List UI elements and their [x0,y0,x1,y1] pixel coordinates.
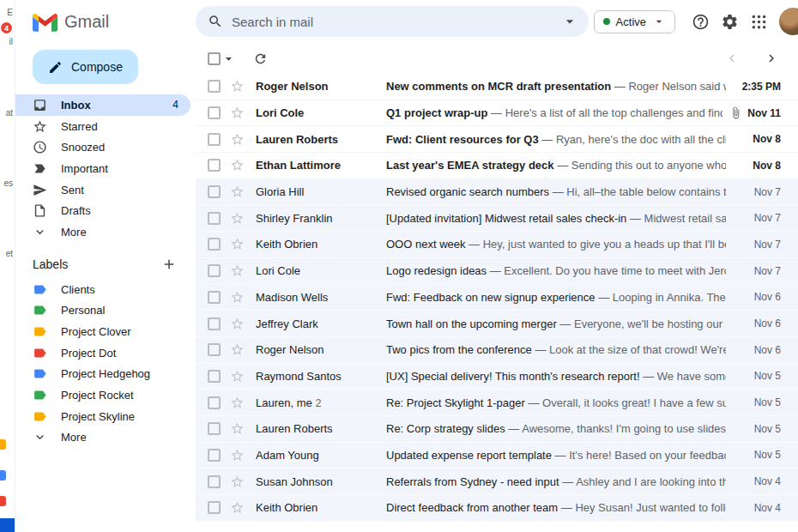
email-meta: Nov 6 [733,317,781,329]
email-checkbox[interactable] [208,212,221,225]
email-row[interactable]: Roger Nelson New comments on MCR draft p… [196,74,798,100]
apps-grid-icon[interactable] [750,13,768,31]
email-sender: Gloria Hill [256,185,386,198]
sidebar-label-text: Clients [61,283,178,296]
sidebar-label-clients[interactable]: Clients [15,279,190,300]
email-checkbox[interactable] [208,343,221,356]
gmail-logo[interactable]: Gmail [15,12,196,32]
email-row[interactable]: Lori Cole Logo redesign ideas — Excellen… [196,258,798,285]
sidebar-item-sent[interactable]: Sent [15,179,190,201]
email-checkbox[interactable] [208,317,221,330]
sidebar-item-drafts[interactable]: Drafts [15,200,190,221]
star-icon[interactable] [230,421,245,436]
email-checkbox[interactable] [208,475,221,488]
email-checkbox[interactable] [208,501,221,514]
gmail-app: 4 Eilateset Gmail Search [0,0,798,532]
search-options-caret-icon[interactable] [561,13,578,30]
sidebar-label-project-hedgehog[interactable]: Project Hedgehog [15,364,190,385]
sidebar-item-snoozed[interactable]: Snoozed [15,136,190,158]
email-row[interactable]: Lauren, me2 Re: Project Skylight 1-pager… [196,390,798,416]
settings-gear-icon[interactable] [721,13,739,31]
email-snippet: — Looping in Annika. The feedback... [598,291,726,304]
star-icon[interactable] [230,106,245,120]
sidebar-item-inbox[interactable]: Inbox 4 [15,94,190,116]
email-row[interactable]: Keith Obrien OOO next week — Hey, just w… [196,232,798,258]
email-meta: Nov 4 [733,475,781,487]
email-sender: Lauren, me2 [256,396,386,409]
help-icon[interactable] [692,13,710,31]
compose-button[interactable]: Compose [33,50,138,84]
email-subject: Referrals from Sydney - need input [386,475,559,488]
email-checkbox[interactable] [208,133,221,146]
sidebar-label-project-dot[interactable]: Project Dot [15,342,190,364]
sidebar-item-important[interactable]: Important [15,158,190,179]
email-row[interactable]: Lori Cole Q1 project wrap-up — Here's a … [196,100,798,127]
star-icon[interactable] [230,158,245,172]
sidebar-label-project-rocket[interactable]: Project Rocket [15,384,190,406]
star-icon[interactable] [230,263,245,278]
star-icon[interactable] [230,184,245,199]
email-checkbox[interactable] [208,449,221,462]
email-checkbox[interactable] [208,422,221,435]
star-icon[interactable] [230,342,245,357]
email-meta: Nov 5 [733,370,781,382]
email-row[interactable]: Adam Young Updated expense report templa… [196,443,798,469]
email-subject: New comments on MCR draft presentation [386,80,611,93]
sidebar-label-more[interactable]: More [15,427,190,449]
email-checkbox[interactable] [208,238,221,251]
profile-avatar[interactable] [779,8,798,35]
email-checkbox[interactable] [208,370,221,383]
email-checkbox[interactable] [208,106,221,119]
email-checkbox[interactable] [208,291,221,304]
sidebar-label-project-skyline[interactable]: Project Skyline [15,406,190,427]
star-icon[interactable] [230,500,245,515]
email-snippet: — Overall, it looks great! I have a few … [528,396,726,409]
email-row[interactable]: Lauren Roberts Fwd: Client resources for… [196,126,798,153]
email-row[interactable]: Madison Wells Fwd: Feedback on new signu… [196,285,798,311]
email-row[interactable]: Gloria Hill Revised organic search numbe… [196,179,798,206]
email-subject: Re: Corp strategy slides [386,422,505,435]
email-snippet: — Ashley and I are looking into the Sydn… [562,475,726,488]
sidebar-item-more[interactable]: More [15,221,190,243]
topbar: Gmail Search in mail Active [15,0,798,43]
sidebar-item-label: Inbox [61,99,159,112]
email-row[interactable]: Ethan Lattimore Last year's EMEA strateg… [196,153,798,179]
star-icon[interactable] [230,475,245,489]
star-icon[interactable] [230,396,245,410]
email-meta: Nov 7 [733,239,781,251]
email-row[interactable]: Keith Obrien Direct feedback from anothe… [196,495,798,522]
star-icon[interactable] [230,237,245,251]
email-checkbox[interactable] [208,264,221,277]
star-icon[interactable] [230,132,245,147]
email-date: Nov 11 [747,107,781,119]
sidebar-label-project-clover[interactable]: Project Clover [15,321,190,342]
newer-page-icon[interactable] [724,51,740,66]
star-icon[interactable] [230,317,245,331]
star-icon[interactable] [230,211,245,226]
email-checkbox[interactable] [208,396,221,409]
email-row[interactable]: Shirley Franklin [Updated invitation] Mi… [196,205,798,232]
status-selector[interactable]: Active [594,10,675,33]
select-all-checkbox[interactable] [208,52,221,65]
select-caret-icon[interactable] [221,51,236,66]
email-row[interactable]: Susan Johnson Referrals from Sydney - ne… [196,469,798,495]
star-icon[interactable] [230,290,245,305]
email-row[interactable]: Lauren Roberts Re: Corp strategy slides … [196,416,798,443]
email-checkbox[interactable] [208,80,221,93]
older-page-icon[interactable] [764,51,779,66]
refresh-icon[interactable] [253,51,268,66]
email-meta: Nov 5 [733,449,781,461]
email-row[interactable]: Raymond Santos [UX] Special delivery! Th… [196,364,798,390]
email-checkbox[interactable] [208,159,221,172]
email-row[interactable]: Jeffrey Clark Town hall on the upcoming … [196,311,798,337]
email-checkbox[interactable] [208,185,221,198]
sidebar-item-starred[interactable]: Starred [15,116,190,137]
strip-fragment: et [6,249,13,258]
search-input[interactable]: Search in mail [196,6,589,37]
email-row[interactable]: Roger Nelson Two pics from the conferenc… [196,337,798,364]
star-icon[interactable] [230,79,245,94]
star-icon[interactable] [230,369,245,384]
add-label-icon[interactable] [161,257,177,272]
star-icon[interactable] [230,448,245,462]
sidebar-label-personal[interactable]: Personal [15,300,190,322]
